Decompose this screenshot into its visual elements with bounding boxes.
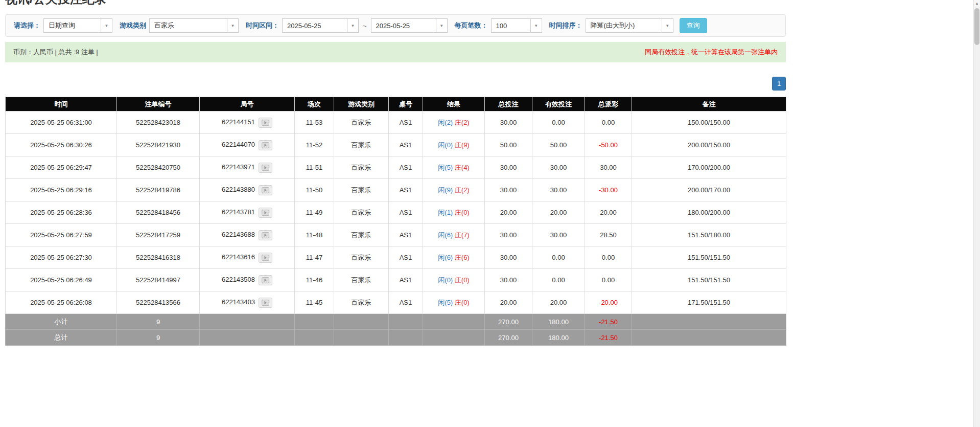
cell-result: 闲(6) 庄(7)	[423, 224, 485, 246]
summary-valid-bet: 180.00	[532, 314, 585, 330]
game-type-select[interactable]: 百家乐 ▼	[149, 18, 239, 33]
replay-icon[interactable]	[259, 230, 272, 240]
result-banker: 庄(7)	[455, 231, 470, 239]
cell-remark: 151.50/180.00	[632, 224, 786, 246]
cell-time: 2025-05-25 06:27:59	[6, 224, 117, 246]
cell-session: 11-51	[295, 156, 334, 179]
result-player: 闲(2)	[438, 119, 453, 126]
cell-bet-id: 522528414997	[117, 269, 200, 291]
cell-round: 622143971	[200, 156, 295, 179]
cell-total-bet[interactable]: 30.00	[485, 246, 532, 269]
scroll-up-arrow-icon[interactable]: ▲	[974, 0, 980, 7]
cell-total-bet[interactable]: 30.00	[485, 179, 532, 201]
replay-icon-glyph	[262, 277, 269, 283]
date-from-value: 2025-05-25	[283, 19, 347, 32]
cell-bet-id: 522528419786	[117, 179, 200, 201]
chevron-down-icon[interactable]: ▼	[347, 19, 358, 32]
replay-icon[interactable]	[259, 208, 272, 218]
date-from-select[interactable]: 2025-05-25 ▼	[282, 18, 359, 33]
cell-total-bet[interactable]: 30.00	[485, 156, 532, 179]
chevron-down-icon[interactable]: ▼	[227, 19, 238, 32]
column-header: 总派彩	[585, 97, 632, 111]
chevron-down-icon[interactable]: ▼	[530, 19, 542, 32]
cell-valid-bet: 50.00	[532, 134, 585, 156]
result-banker: 庄(9)	[455, 141, 470, 149]
result-player: 闲(0)	[438, 276, 453, 284]
sort-order-value: 降冪(由大到小)	[586, 19, 662, 32]
summary-empty-cell	[389, 314, 423, 330]
cell-table-no: AS1	[389, 246, 423, 269]
cell-total-bet[interactable]: 20.00	[485, 201, 532, 224]
replay-icon[interactable]	[259, 185, 272, 195]
cell-table-no: AS1	[389, 179, 423, 201]
result-player: 闲(9)	[438, 186, 453, 194]
replay-icon[interactable]	[259, 118, 272, 128]
cell-table-no: AS1	[389, 224, 423, 246]
column-header: 桌号	[389, 97, 423, 111]
cell-total-bet[interactable]: 50.00	[485, 134, 532, 156]
table-row: 2025-05-25 06:26:49522528414997622143508…	[6, 269, 786, 291]
subtotal-row: 小计9270.00180.00-21.50	[6, 314, 786, 330]
summary-count: 9	[117, 330, 200, 346]
round-id: 622143616	[222, 253, 255, 261]
cell-round: 622143880	[200, 179, 295, 201]
date-range-label: 时间区间：	[246, 21, 279, 30]
page-title-clip: 视讯/公关投注纪录	[5, 0, 786, 7]
date-to-select[interactable]: 2025-05-25 ▼	[371, 18, 448, 33]
cell-round: 622143508	[200, 269, 295, 291]
scrollbar-thumb[interactable]	[974, 8, 979, 45]
cell-remark: 170.00/200.00	[632, 156, 786, 179]
bet-records-table: 时间注单编号局号场次游戏类别桌号结果总投注有效投注总派彩备注 2025-05-2…	[5, 97, 786, 346]
summary-total-bet: 270.00	[485, 314, 532, 330]
cell-round: 622143781	[200, 201, 295, 224]
cell-game-type: 百家乐	[334, 291, 389, 314]
replay-icon-glyph	[262, 187, 269, 193]
result-banker: 庄(2)	[455, 186, 470, 194]
cell-result: 闲(9) 庄(2)	[423, 179, 485, 201]
replay-icon-glyph	[262, 120, 269, 126]
cell-time: 2025-05-25 06:27:30	[6, 246, 117, 269]
chevron-down-icon[interactable]: ▼	[662, 19, 673, 32]
column-header: 总投注	[485, 97, 532, 111]
scrollbar[interactable]: ▲	[973, 0, 980, 346]
date-range-separator: ~	[363, 22, 367, 30]
cell-session: 11-53	[295, 111, 334, 134]
cell-table-no: AS1	[389, 134, 423, 156]
replay-icon[interactable]	[259, 298, 272, 308]
summary-label: 总计	[6, 330, 117, 346]
cell-time: 2025-05-25 06:30:26	[6, 134, 117, 156]
cell-game-type: 百家乐	[334, 179, 389, 201]
cell-total-bet[interactable]: 20.00	[485, 291, 532, 314]
query-type-label: 请选择：	[14, 21, 40, 30]
cell-time: 2025-05-25 06:31:00	[6, 111, 117, 134]
search-button[interactable]: 查询	[680, 18, 707, 33]
cell-round: 622143616	[200, 246, 295, 269]
page-title: 视讯/公关投注纪录	[5, 0, 786, 7]
sort-order-select[interactable]: 降冪(由大到小) ▼	[586, 18, 673, 33]
per-page-select[interactable]: 100 ▼	[491, 18, 542, 33]
summary-total-bet: 270.00	[485, 330, 532, 346]
cell-total-bet[interactable]: 30.00	[485, 269, 532, 291]
cell-remark: 171.50/151.50	[632, 291, 786, 314]
cell-total-bet[interactable]: 30.00	[485, 111, 532, 134]
replay-icon[interactable]	[259, 253, 272, 263]
replay-icon[interactable]	[259, 140, 272, 150]
cell-result: 闲(2) 庄(2)	[423, 111, 485, 134]
replay-icon-glyph	[262, 255, 269, 261]
summary-empty-cell	[200, 314, 295, 330]
replay-icon[interactable]	[259, 275, 272, 285]
summary-empty-cell	[389, 330, 423, 346]
table-row: 2025-05-25 06:29:47522528420750622143971…	[6, 156, 786, 179]
game-type-label: 游戏类别	[120, 21, 146, 30]
page-button-1[interactable]: 1	[772, 77, 786, 91]
cell-round: 622144151	[200, 111, 295, 134]
cell-game-type: 百家乐	[334, 134, 389, 156]
chevron-down-icon[interactable]: ▼	[436, 19, 447, 32]
summary-payout: -21.50	[585, 314, 632, 330]
column-header: 时间	[6, 97, 117, 111]
replay-icon[interactable]	[259, 163, 272, 173]
chevron-down-icon[interactable]: ▼	[101, 19, 112, 32]
cell-total-bet[interactable]: 30.00	[485, 224, 532, 246]
sort-order-label: 时间排序：	[549, 21, 582, 30]
query-type-select[interactable]: 日期查询 ▼	[43, 18, 112, 33]
